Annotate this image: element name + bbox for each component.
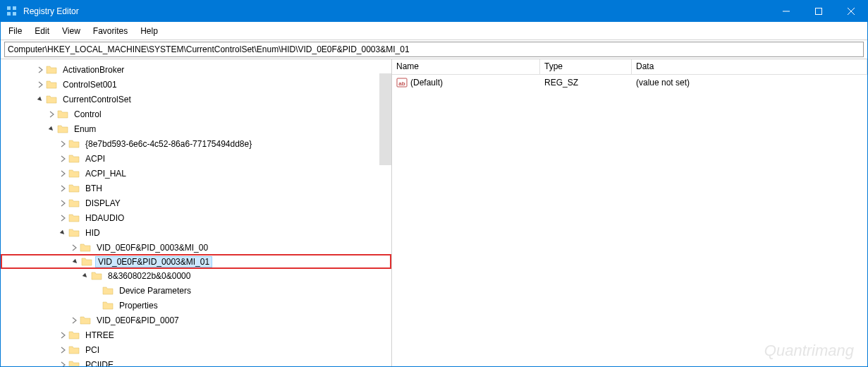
tree-label: DISPLAY — [82, 198, 123, 209]
column-data[interactable]: Data — [632, 59, 867, 74]
tree-label: ActivationBroker — [60, 64, 127, 76]
folder-icon — [68, 212, 80, 224]
tree-label: Enum — [71, 124, 99, 135]
tree-row[interactable]: ControlSet001 — [1, 77, 391, 92]
tree-label: CurrentControlSet — [60, 94, 134, 105]
tree-label: ACPI — [82, 153, 108, 164]
tree-toggle-icon[interactable] — [57, 330, 68, 341]
tree-toggle-icon[interactable] — [57, 359, 68, 367]
scrollbar-thumb[interactable] — [379, 73, 391, 165]
tree-label: 8&3608022b&0&0000 — [105, 270, 193, 282]
tree-label: ACPI_HAL — [82, 168, 129, 179]
menu-favorites[interactable]: Favorites — [87, 22, 134, 40]
maximize-icon — [815, 8, 822, 15]
tree-label: PCI — [82, 344, 102, 356]
tree-row[interactable]: BTH — [1, 181, 391, 195]
tree-label: PCIIDE — [82, 359, 116, 367]
tree-row[interactable]: VID_0E0F&PID_0003&MI_01 — [1, 254, 391, 269]
tree-row[interactable]: PCI — [1, 342, 391, 357]
tree-toggle-icon[interactable] — [57, 212, 68, 224]
menu-help[interactable]: Help — [134, 22, 164, 40]
tree-row[interactable]: 8&3608022b&0&0000 — [1, 268, 391, 283]
tree-toggle-icon[interactable] — [35, 79, 46, 90]
tree-row[interactable]: VID_0E0F&PID_0007 — [1, 313, 391, 327]
window-title: Registry Editor — [23, 6, 770, 16]
tree-label: Control — [71, 109, 104, 120]
tree-row[interactable]: Enum — [1, 121, 391, 136]
column-type[interactable]: Type — [540, 59, 632, 74]
folder-icon — [80, 315, 91, 326]
tree-row[interactable]: HTREE — [1, 327, 391, 342]
folder-icon — [46, 64, 57, 76]
tree-toggle-icon[interactable] — [57, 183, 68, 194]
tree-label: Device Parameters — [116, 285, 194, 296]
tree-row[interactable]: PCIIDE — [1, 357, 391, 366]
folder-icon — [102, 285, 114, 296]
tree-row[interactable]: HID — [1, 225, 391, 240]
tree-panel: ActivationBrokerControlSet001CurrentCont… — [1, 59, 392, 366]
tree-row[interactable]: ACPI — [1, 151, 391, 166]
folder-icon — [81, 256, 92, 267]
folder-icon — [68, 168, 80, 179]
titlebar: Registry Editor — [1, 1, 867, 22]
main-area: ActivationBrokerControlSet001CurrentCont… — [1, 59, 867, 366]
tree-label: HTREE — [82, 330, 117, 341]
tree-toggle-icon[interactable] — [70, 256, 81, 267]
tree-toggle-icon[interactable] — [46, 109, 57, 120]
value-data-cell: (value not set) — [632, 76, 867, 89]
tree-row[interactable]: {8e7bd593-6e6c-4c52-86a6-77175494dd8e} — [1, 136, 391, 151]
tree-toggle-icon[interactable] — [68, 242, 80, 253]
menu-view[interactable]: View — [56, 22, 87, 40]
tree-row[interactable]: HDAUDIO — [1, 210, 391, 225]
tree-row[interactable]: Properties — [1, 298, 391, 313]
menu-file[interactable]: File — [2, 22, 28, 40]
tree-toggle-icon[interactable] — [80, 270, 91, 282]
tree-row[interactable]: ActivationBroker — [1, 62, 391, 77]
tree-toggle-icon — [91, 300, 102, 311]
tree-label: BTH — [82, 183, 105, 194]
tree-toggle-icon[interactable] — [35, 94, 46, 105]
value-name-cell: ab(Default) — [392, 76, 540, 90]
tree-toggle-icon[interactable] — [57, 198, 68, 209]
folder-icon — [57, 109, 68, 120]
folder-icon — [68, 138, 80, 150]
folder-icon — [91, 270, 102, 282]
svg-rect-3 — [13, 12, 16, 16]
tree-label: VID_0E0F&PID_0007 — [94, 315, 182, 326]
tree-row[interactable]: VID_0E0F&PID_0003&MI_00 — [1, 240, 391, 255]
tree-row[interactable]: DISPLAY — [1, 195, 391, 210]
tree-toggle-icon[interactable] — [57, 344, 68, 356]
tree-toggle-icon[interactable] — [35, 64, 46, 76]
tree-row[interactable]: Device Parameters — [1, 283, 391, 298]
tree-toggle-icon[interactable] — [68, 315, 80, 326]
tree-toggle-icon[interactable] — [57, 153, 68, 164]
column-name[interactable]: Name — [392, 59, 540, 74]
maximize-button[interactable] — [802, 1, 835, 22]
tree-row[interactable]: CurrentControlSet — [1, 92, 391, 107]
address-bar[interactable]: Computer\HKEY_LOCAL_MACHINE\SYSTEM\Curre… — [4, 42, 864, 57]
folder-icon — [46, 94, 57, 105]
folder-icon — [46, 79, 57, 90]
folder-icon — [80, 242, 91, 253]
tree-label: VID_0E0F&PID_0003&MI_00 — [94, 242, 211, 253]
tree-label: ControlSet001 — [60, 79, 120, 90]
close-button[interactable] — [835, 1, 867, 22]
menu-edit[interactable]: Edit — [28, 22, 56, 40]
minimize-icon — [783, 8, 790, 15]
list-row[interactable]: ab(Default)REG_SZ(value not set) — [392, 75, 867, 90]
tree-toggle-icon[interactable] — [46, 124, 57, 135]
value-name: (Default) — [410, 78, 443, 88]
tree-toggle-icon[interactable] — [57, 138, 68, 150]
svg-rect-2 — [7, 12, 11, 16]
tree-row[interactable]: Control — [1, 107, 391, 121]
svg-rect-0 — [7, 6, 11, 10]
tree-toggle-icon[interactable] — [57, 168, 68, 179]
tree-label: HDAUDIO — [82, 212, 127, 224]
tree-row[interactable]: ACPI_HAL — [1, 166, 391, 181]
tree-toggle-icon[interactable] — [57, 227, 68, 239]
menubar: File Edit View Favorites Help — [1, 22, 867, 40]
folder-icon — [68, 359, 80, 367]
tree-label: {8e7bd593-6e6c-4c52-86a6-77175494dd8e} — [82, 138, 255, 150]
folder-icon — [68, 198, 80, 209]
minimize-button[interactable] — [770, 1, 802, 22]
